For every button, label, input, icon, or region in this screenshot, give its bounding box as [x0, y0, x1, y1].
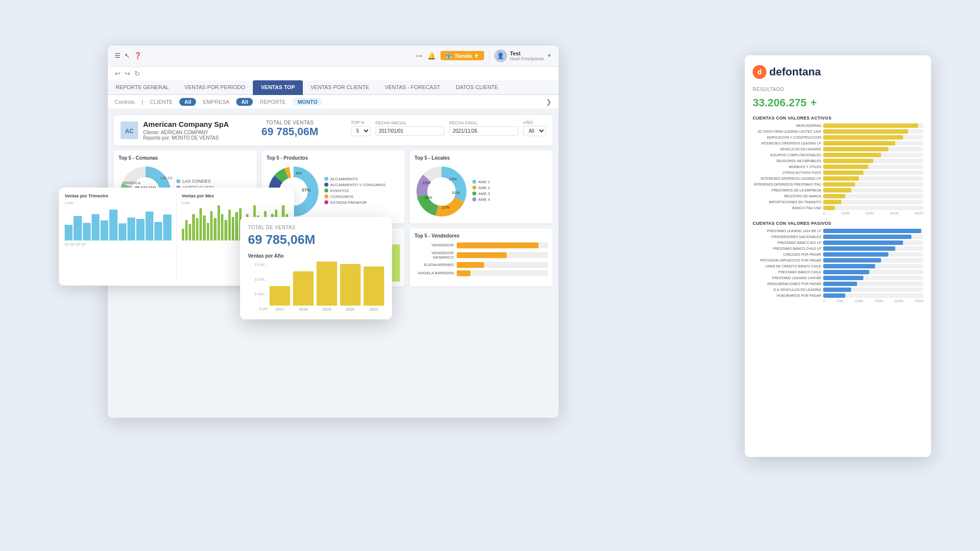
user-name: Test	[510, 50, 544, 56]
df-hbar-track	[823, 206, 923, 210]
mini-bar	[136, 219, 144, 240]
help-icon[interactable]: ❓	[134, 52, 142, 59]
legend-item: CONSUMOS	[324, 194, 386, 199]
store-badge[interactable]: 🏪 Tienda ▼	[441, 51, 484, 60]
arrow-icon[interactable]: ↦	[416, 52, 422, 60]
fecha-final-label: Fecha final	[449, 120, 518, 125]
df-hbar-fill	[823, 135, 903, 140]
df-hbar-fill	[823, 159, 873, 163]
legend-item: LAS CONDES	[176, 179, 215, 184]
df-hbar-label: PRESTAMO BANCO BCI LP	[753, 241, 821, 244]
empresa-chip[interactable]: All	[236, 98, 253, 106]
mini-bar	[235, 212, 238, 240]
mini-bar	[221, 214, 223, 240]
sales-popup-window: TOTAL DE VENTAS 69 785,06M Ventas por Añ…	[240, 217, 392, 319]
topbar-left: ☰ ↖ ❓	[115, 52, 142, 59]
df-hbar-label: VEHICULOS EN LEASING	[753, 147, 821, 151]
productos-legend: ALOJAMIENTO ALOJAMIENTO Y CONSUMOS EVENT…	[324, 177, 386, 206]
year-label: 2020	[346, 307, 355, 311]
df-hbar-label: MUEBLES Y UTILES	[753, 165, 821, 168]
mini-bar	[228, 210, 231, 240]
company-logo: AC	[121, 121, 138, 139]
trimestre-title: Ventas por Trimestre	[65, 193, 172, 198]
total-ventas-box: TOTAL DE VENTAS 69 785,06M	[261, 120, 318, 138]
refresh-button[interactable]: ↻	[134, 70, 140, 77]
controls-label: Controls	[115, 99, 135, 105]
df-hbar-label: DEUDORES INCOBRABLES	[753, 159, 821, 163]
legend-label: ESTADIA PARADOR	[330, 200, 367, 205]
tab-reporte-general[interactable]: REPORTE GENERAL	[108, 80, 177, 95]
year-bar	[293, 271, 314, 306]
year-label: 2017	[275, 307, 284, 311]
tab-ventas-top[interactable]: VENTAS TOP	[253, 80, 302, 95]
legend-label: AME 2	[478, 186, 490, 190]
df-hbar-fill	[823, 270, 869, 274]
menu-icon[interactable]: ☰	[115, 52, 121, 59]
df-hbar-fill	[823, 141, 895, 145]
ano-select[interactable]: All	[523, 126, 546, 136]
df-hbar-track	[823, 141, 923, 145]
ano-label: AÑO	[523, 120, 546, 125]
legend-item: AME 2	[472, 186, 490, 190]
back-button[interactable]: ↩	[115, 70, 121, 77]
defontana-result-label: RESULTADO	[753, 87, 923, 92]
user-chevron-icon[interactable]: ▼	[547, 53, 552, 58]
forward-button[interactable]: ↪	[124, 70, 130, 77]
fecha-final-input[interactable]	[449, 126, 518, 136]
hbar-label: VENDEDOR GENÉRICO	[415, 251, 454, 260]
avatar: 👤	[494, 49, 507, 62]
df-hbar-track	[823, 252, 923, 257]
df-hbar-row: MUEBLES Y UTILES	[753, 165, 923, 169]
df-hbar-row: CHEQUES POR PAGAR	[753, 252, 923, 257]
hbar-label: VENDEDOR	[415, 243, 454, 247]
mini-bar	[224, 220, 227, 240]
df-hbar-track	[823, 240, 923, 245]
tab-ventas-forecast[interactable]: VENTAS - FORECAST	[377, 80, 448, 95]
filter-bar: Controls | CLIENTE All EMPRESA All REPOR…	[108, 95, 559, 109]
legend-label: CONSUMOS	[330, 194, 353, 199]
df-hbar-fill	[823, 240, 903, 245]
df-hbar-row: PRESTAMO LEASING 1445 BR	[753, 276, 923, 280]
collapse-icon[interactable]: ❯	[546, 98, 552, 106]
cursor-icon[interactable]: ↖	[124, 52, 130, 59]
activos-section-title: CUENTAS CON VALORES ACTIVOS	[753, 116, 923, 120]
mini-bar	[154, 222, 162, 240]
df-hbar-label: HONORARIOS POR PAGAR	[753, 294, 821, 297]
df-hbar-track	[823, 194, 923, 198]
df-hbar-row: LINEA DE CREDITO BANCO CHILE	[753, 264, 923, 268]
company-info: American Company SpA Cliente: AERICAN CO…	[143, 120, 229, 141]
df-hbar-fill	[823, 235, 911, 239]
pie-locales-container: 14% 32% 22% 18% 15% AME 1	[415, 165, 548, 218]
hbar-fill	[457, 252, 507, 258]
hbar-fill	[457, 242, 539, 248]
bell-icon[interactable]: 🔔	[427, 52, 436, 60]
legend-label: AME 3	[478, 192, 490, 196]
df-hbar-row: D A VEHICULOS EN LEASING	[753, 287, 923, 292]
cliente-chip[interactable]: All	[179, 98, 196, 106]
df-hbar-label: D A VEHICULOS EN LEASING	[753, 288, 821, 291]
fecha-final-filter: Fecha final	[449, 120, 518, 136]
df-hbar-row: ACTIVOS PARA LEASING LEVTEC 1424	[753, 129, 923, 134]
df-hbar-track	[823, 264, 923, 268]
mes-y-labels: 3 000	[182, 201, 289, 205]
legend-item: AME 4	[472, 197, 490, 202]
df-hbar-label: INTERESES DIFERIDOS LEASING CP	[753, 177, 821, 180]
df-hbar-label: PRESTAMO BANCO CHILE LP	[753, 247, 821, 250]
fecha-inicial-input[interactable]	[375, 126, 444, 136]
top-n-select[interactable]: 5	[351, 126, 370, 136]
df-hbar-label: INTERESES DIFERIDOS LEASING LP	[753, 142, 821, 145]
defontana-logo: d defontana	[753, 65, 923, 79]
popup-chart-title: Ventas por Año	[248, 253, 384, 259]
reporte-chip[interactable]: MONTO	[293, 98, 322, 106]
divider	[176, 193, 177, 280]
legend-item: ALOJAMIENTO Y CONSUMOS	[324, 183, 386, 187]
legend-dot	[324, 200, 328, 204]
year-bar-chart: 2017 2018 2019 2020 2021	[270, 263, 384, 311]
tab-ventas-periodo[interactable]: VENTAS POR PERIODO	[177, 80, 253, 95]
df-hbar-row: INTERESES DIFERIDOS LEASING CP	[753, 176, 923, 181]
tab-ventas-cliente[interactable]: VENTAS POR CLIENTE	[303, 80, 377, 95]
divider	[489, 51, 490, 61]
fecha-inicial-label: Fecha inicial	[375, 120, 444, 125]
tab-datos-cliente[interactable]: DATOS CLIENTE	[448, 80, 506, 95]
mini-bar	[182, 229, 184, 240]
